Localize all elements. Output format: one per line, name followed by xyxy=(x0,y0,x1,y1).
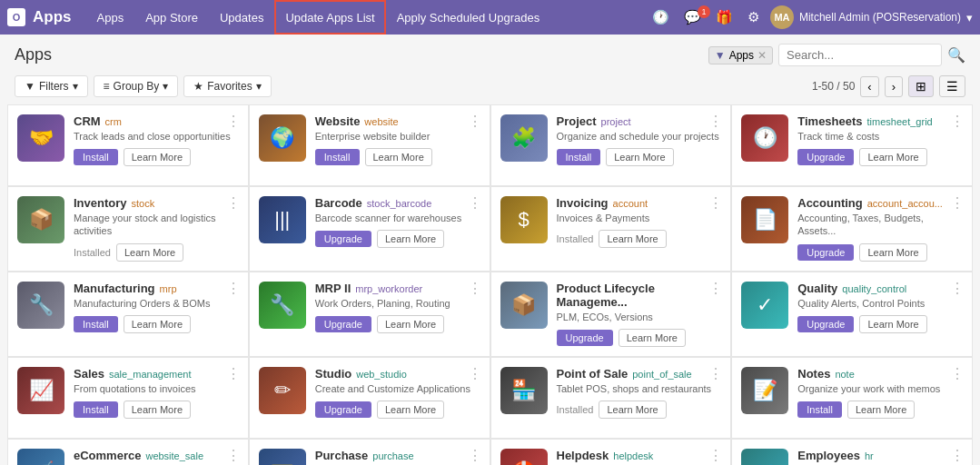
learn-more-button[interactable]: Learn More xyxy=(859,315,926,333)
app-menu-icon[interactable]: ⋮ xyxy=(950,447,965,464)
app-desc: Accounting, Taxes, Budgets, Assets... xyxy=(797,212,963,238)
favorites-button[interactable]: ★ Favorites ▾ xyxy=(183,75,271,97)
learn-more-button[interactable]: Learn More xyxy=(377,401,444,419)
app-desc: Work Orders, Planing, Routing xyxy=(315,297,480,310)
nav-updates[interactable]: Updates xyxy=(209,0,274,35)
install-button[interactable]: Install xyxy=(315,149,360,165)
app-menu-icon[interactable]: ⋮ xyxy=(468,365,482,382)
grid-view-button[interactable]: ⊞ xyxy=(908,75,934,97)
learn-more-button[interactable]: Learn More xyxy=(124,401,191,419)
learn-more-button[interactable]: Learn More xyxy=(619,329,686,347)
app-menu-icon[interactable]: ⋮ xyxy=(708,365,723,382)
app-card: 🌍 Website website Enterprise website bui… xyxy=(249,104,490,186)
install-button[interactable]: Install xyxy=(74,149,118,165)
app-menu-icon[interactable]: ⋮ xyxy=(226,280,241,297)
learn-more-button[interactable]: Learn More xyxy=(377,230,444,248)
app-name: Purchase xyxy=(315,449,369,462)
list-view-button[interactable]: ☰ xyxy=(939,75,965,97)
app-actions: Install Learn More xyxy=(557,148,722,166)
app-menu-icon[interactable]: ⋮ xyxy=(950,194,965,212)
nav-apps[interactable]: Apps xyxy=(86,0,135,35)
funnel-icon: ▼ xyxy=(715,49,726,62)
learn-more-button[interactable]: Learn More xyxy=(377,315,444,333)
upgrade-button[interactable]: Upgrade xyxy=(797,149,854,165)
nav-appstore[interactable]: App Store xyxy=(134,0,209,35)
app-menu-icon[interactable]: ⋮ xyxy=(226,365,241,382)
app-name-row: Timesheets timesheet_grid xyxy=(797,114,963,128)
learn-more-button[interactable]: Learn More xyxy=(859,243,926,262)
user-menu[interactable]: MA Mitchell Admin (POSReservation) ▾ xyxy=(770,5,973,29)
app-name: Project xyxy=(557,114,597,128)
app-desc: Enterprise website builder xyxy=(315,130,480,143)
app-menu-icon[interactable]: ⋮ xyxy=(950,113,965,130)
upgrade-button[interactable]: Upgrade xyxy=(557,330,613,346)
installed-label: Installed xyxy=(557,233,594,244)
upgrade-button[interactable]: Upgrade xyxy=(797,316,854,332)
search-button[interactable]: 🔍 xyxy=(947,46,965,64)
app-menu-icon[interactable]: ⋮ xyxy=(468,447,482,464)
install-button[interactable]: Install xyxy=(74,316,118,332)
app-menu-icon[interactable]: ⋮ xyxy=(468,194,482,212)
app-info: Purchase purchase Purchase orders, tende… xyxy=(315,449,480,465)
filters-button[interactable]: ▼ Filters ▾ xyxy=(15,75,88,97)
app-menu-icon[interactable]: ⋮ xyxy=(468,280,482,297)
app-menu-icon[interactable]: ⋮ xyxy=(226,113,241,130)
group-by-button[interactable]: ≡ Group By ▾ xyxy=(94,75,179,97)
app-name: Website xyxy=(315,114,361,128)
filter-tag-close[interactable]: ✕ xyxy=(757,49,767,62)
clock-icon[interactable]: 🕐 xyxy=(648,5,673,29)
app-card: 📄 Accounting account_accou... Accounting… xyxy=(731,186,973,272)
search-input[interactable] xyxy=(778,44,942,66)
learn-more-button[interactable]: Learn More xyxy=(124,148,191,166)
app-menu-icon[interactable]: ⋮ xyxy=(468,113,482,130)
learn-more-button[interactable]: Learn More xyxy=(859,148,926,166)
avatar: MA xyxy=(770,5,794,29)
nav-apply-upgrades[interactable]: Apply Scheduled Upgrades xyxy=(386,0,551,35)
learn-more-button[interactable]: Learn More xyxy=(365,148,432,166)
app-actions: Install Learn More xyxy=(74,401,239,419)
learn-more-button[interactable]: Learn More xyxy=(124,315,191,333)
learn-more-button[interactable]: Learn More xyxy=(606,148,673,166)
app-desc: Track leads and close opportunities xyxy=(74,130,239,143)
topbar-right: 🕐 💬 1 🎁 ⚙ MA Mitchell Admin (POSReservat… xyxy=(648,5,973,29)
group-icon: ≡ xyxy=(104,80,110,93)
learn-more-button[interactable]: Learn More xyxy=(599,230,666,248)
app-desc: Manufacturing Orders & BOMs xyxy=(74,297,239,310)
app-info: eCommerce website_sale Sell your product… xyxy=(74,449,239,465)
app-info: Inventory stock Manage your stock and lo… xyxy=(74,196,239,262)
app-menu-icon[interactable]: ⋮ xyxy=(950,365,965,382)
app-menu-icon[interactable]: ⋮ xyxy=(226,194,241,212)
learn-more-button[interactable]: Learn More xyxy=(847,401,915,419)
upgrade-button[interactable]: Upgrade xyxy=(315,401,371,418)
upgrade-button[interactable]: Upgrade xyxy=(797,244,854,261)
app-tech: web_studio xyxy=(356,369,407,380)
settings-icon[interactable]: ⚙ xyxy=(744,5,763,29)
app-card: $ Invoicing account Invoices & Payments … xyxy=(490,186,732,272)
upgrade-button[interactable]: Upgrade xyxy=(315,231,371,247)
app-name-row: eCommerce website_sale xyxy=(74,449,239,462)
app-card: ✏ Studio web_studio Create and Customize… xyxy=(249,357,490,439)
app-tech: website xyxy=(364,116,398,127)
app-tech: purchase xyxy=(372,450,413,461)
learn-more-button[interactable]: Learn More xyxy=(599,401,666,419)
page-title: Apps xyxy=(15,45,52,64)
app-menu-icon[interactable]: ⋮ xyxy=(708,113,723,130)
app-tech: mrp_workorder xyxy=(355,283,422,294)
install-button[interactable]: Install xyxy=(557,149,601,165)
upgrade-button[interactable]: Upgrade xyxy=(315,316,371,332)
app-info: Point of Sale point_of_sale Tablet POS, … xyxy=(557,367,722,419)
next-page-button[interactable]: › xyxy=(885,76,903,97)
nav-update-apps-list[interactable]: Update Apps List xyxy=(274,0,385,35)
app-menu-icon[interactable]: ⋮ xyxy=(708,280,723,297)
gift-icon[interactable]: 🎁 xyxy=(712,5,737,29)
app-menu-icon[interactable]: ⋮ xyxy=(708,447,723,464)
install-button[interactable]: Install xyxy=(797,401,842,418)
install-button[interactable]: Install xyxy=(74,401,118,418)
app-info: Quality quality_control Quality Alerts, … xyxy=(797,282,963,333)
app-card: 🔧 MRP II mrp_workorder Work Orders, Plan… xyxy=(249,272,490,357)
app-menu-icon[interactable]: ⋮ xyxy=(226,447,241,464)
app-menu-icon[interactable]: ⋮ xyxy=(950,280,965,297)
prev-page-button[interactable]: ‹ xyxy=(860,76,878,97)
app-menu-icon[interactable]: ⋮ xyxy=(708,194,723,212)
learn-more-button[interactable]: Learn More xyxy=(116,243,183,262)
